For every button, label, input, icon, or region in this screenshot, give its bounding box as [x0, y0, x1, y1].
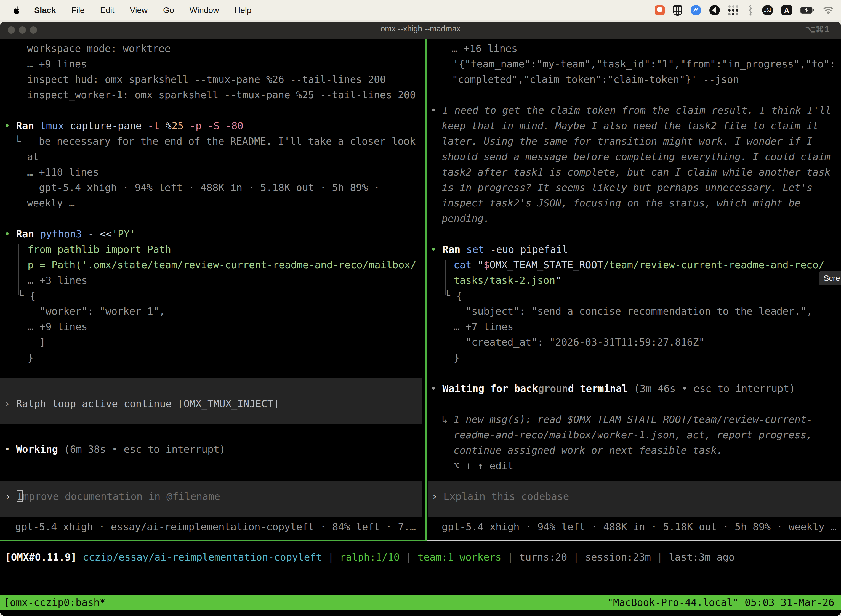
terminal-line: pending. — [442, 212, 489, 225]
pane-border-right — [426, 540, 841, 541]
output-rail — [18, 244, 19, 295]
terminal-line: "subject": "send a concise recommendatio… — [454, 305, 812, 318]
terminal-line: tasks/task-2.json" — [454, 274, 561, 287]
terminal-line: task2 after task1 is complete, but can I… — [442, 166, 831, 179]
tmux-pane-left[interactable]: workspace_mode: worktree… +9 linesinspec… — [0, 39, 425, 540]
terminal-line: … +9 lines — [28, 320, 88, 333]
dots-grid-icon[interactable] — [728, 5, 738, 15]
blue-badge-icon[interactable] — [691, 5, 701, 15]
terminal-line: continue assigned work or next feasible … — [454, 444, 722, 457]
pane-divider[interactable] — [425, 39, 426, 541]
terminal-line: p = Path('.omx/state/team/review-current… — [28, 259, 416, 271]
window-title: omx --xhigh --madmax — [0, 24, 841, 34]
menu-bar: Slack File Edit View Go Window Help ..61… — [0, 0, 841, 21]
terminal-line: } — [454, 351, 460, 364]
terminal-line: "completed","claim_token":"claim-token"}… — [452, 73, 739, 86]
badge-61-label: ..61 — [764, 8, 771, 13]
terminal-line: › Explain this codebase — [432, 490, 569, 503]
terminal-line: inspect_hud: omx sparkshell --tmux-pane … — [27, 73, 386, 86]
terminal-line: } — [28, 351, 34, 364]
menu-file[interactable]: File — [71, 6, 84, 15]
terminal-line: gpt-5.4 xhigh · essay/ai-reimplementatio… — [15, 521, 416, 533]
apple-menu-icon[interactable] — [12, 5, 21, 16]
a-square-icon[interactable]: A — [781, 5, 792, 15]
terminal-line: later. Using the same for transition mig… — [442, 135, 813, 148]
menu-edit[interactable]: Edit — [100, 6, 114, 15]
chat-icon[interactable] — [655, 5, 665, 15]
terminal-line: "created_at": "2026-03-31T11:59:27.816Z" — [454, 336, 705, 349]
terminal-line: is in progress? It seems likely but perh… — [442, 181, 813, 194]
terminal-line: gpt-5.4 xhigh · 94% left · 488K in · 5.1… — [27, 181, 380, 194]
terminal-line: • Ran python3 - <<'PY' — [4, 228, 136, 241]
terminal-line: cat "$OMX_TEAM_STATE_ROOT/team/review-cu… — [454, 259, 825, 271]
pane-border-left — [0, 540, 425, 541]
screen-tooltip: Scre — [819, 271, 841, 285]
menu-view[interactable]: View — [130, 6, 147, 15]
window-shortcut-badge: ⌥⌘1 — [805, 24, 830, 35]
tmux-status-bar: [omx-cczip0:bash* "MacBook-Pro-44.local"… — [0, 595, 841, 610]
terminal-line: • Ran tmux capture-pane -t %25 -p -S -80 — [4, 119, 243, 132]
terminal-line: workspace_mode: worktree — [27, 42, 170, 55]
terminal-line: • I need to get the claim token from the… — [431, 104, 831, 117]
badge-61-icon[interactable]: ..61 — [762, 5, 773, 15]
terminal-line: › Improve documentation in @filename — [5, 490, 220, 503]
terminal-line: gpt-5.4 xhigh · 94% left · 488K in · 5.1… — [442, 521, 836, 533]
terminal-line: at — [27, 150, 39, 163]
terminal-line: inspect_worker-1: omx sparkshell --tmux-… — [27, 89, 416, 101]
menu-status-icons: ..61 A — [655, 0, 834, 21]
terminal-line: • Ran set -euo pipefail — [431, 243, 568, 256]
terminal-line: └ be necessary for the end of the README… — [15, 135, 416, 148]
omx-status-line: [OMX#0.11.9] cczip/essay/ai-reimplementa… — [5, 551, 734, 563]
tmux-host-clock: "MacBook-Pro-44.local" 05:03 31-Mar-26 — [607, 597, 834, 608]
terminal-line: from pathlib import Path — [28, 243, 171, 256]
terminal-line: • Working (6m 38s • esc to interrupt) — [4, 443, 226, 456]
terminal-line: weekly … — [27, 197, 75, 210]
privacy-shield-icon[interactable] — [673, 5, 682, 16]
terminal-line: … +3 lines — [28, 274, 88, 287]
a-square-label: A — [784, 6, 789, 14]
tmux-pane-right[interactable]: … +16 lines'{"team_name":"my-team","task… — [426, 39, 841, 540]
terminal-line: should send a message before completing … — [442, 150, 831, 163]
wifi-icon[interactable] — [823, 6, 834, 14]
terminal-line: … +7 lines — [454, 320, 513, 333]
terminal-line: ] — [28, 336, 45, 349]
terminal-line: readme-and-reco/mailbox/worker-1.json, a… — [454, 428, 812, 441]
terminal-line: "worker": "worker-1", — [28, 305, 165, 318]
terminal-line: '{"team_name":"my-team","task_id":"1","f… — [453, 58, 835, 70]
terminal-line: └ { — [18, 289, 35, 302]
battery-charging-icon[interactable] — [800, 6, 815, 14]
terminal-line: … +9 lines — [27, 58, 87, 70]
kaleidoscope-icon[interactable] — [709, 5, 720, 15]
tmux-session-label[interactable]: [omx-cczip0:bash* — [4, 597, 105, 608]
terminal-line: › Ralph loop active continue [OMX_TMUX_I… — [4, 397, 279, 410]
terminal-line: … +110 lines — [27, 166, 99, 179]
terminal-line: • Waiting for background terminal (3m 46… — [431, 382, 795, 395]
terminal-line: keep that in mind. Maybe I also need the… — [442, 119, 818, 132]
terminal-line: ↳ 1 new msg(s): read $OMX_TEAM_STATE_ROO… — [442, 413, 813, 426]
menu-help[interactable]: Help — [234, 6, 252, 15]
terminal-line: inspect task2's JSON, focusing on the st… — [442, 197, 800, 210]
menu-app-name[interactable]: Slack — [34, 6, 56, 15]
terminal-line: ⌥ + ↑ edit — [454, 459, 513, 472]
terminal-line: └ { — [444, 289, 462, 302]
menu-go[interactable]: Go — [163, 6, 174, 15]
menu-window[interactable]: Window — [189, 6, 219, 15]
squiggle-icon[interactable] — [747, 4, 754, 16]
terminal-line: … +16 lines — [452, 42, 517, 55]
